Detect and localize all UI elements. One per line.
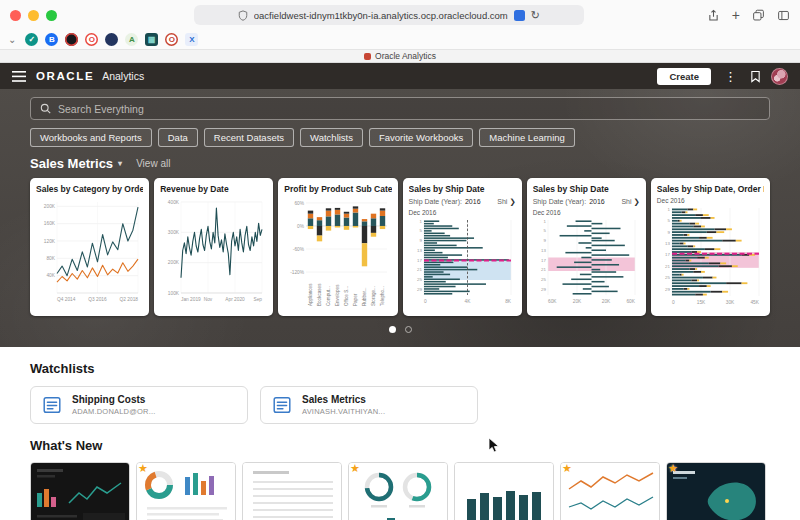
filter-more: Shi (497, 198, 507, 205)
svg-text:Q3 2016: Q3 2016 (88, 297, 107, 302)
chart-card-revenue-by-date[interactable]: Revenue by Date 400K300K200K100KJan 2019… (154, 178, 273, 316)
whats-new-thumbnail-line-charts[interactable]: ★ (560, 462, 660, 520)
whats-new-thumbnail-bar-chart[interactable]: ★ (454, 462, 554, 520)
url-bar[interactable]: oacfieldwest-idnym1tkby0n-ia.analytics.o… (194, 5, 584, 25)
chart-card-sales-by-ship-date-order-priority[interactable]: Sales by Ship Date, Order Pri... Dec 201… (651, 178, 770, 316)
svg-text:5: 5 (543, 228, 546, 233)
new-star-badge: ★ (138, 462, 148, 475)
close-window-button[interactable] (10, 10, 21, 21)
create-button[interactable]: Create (657, 68, 711, 85)
chart-card-profit-by-subcategory[interactable]: Profit by Product Sub Categ... 60%0%-60%… (278, 178, 397, 316)
chart-card-sales-by-ship-date-2[interactable]: Sales by Ship Date Ship Date (Year): 201… (527, 178, 646, 316)
bookmark-favicon[interactable]: X (185, 33, 198, 46)
carousel-dot-1[interactable] (389, 326, 396, 333)
filter-more: Shi (621, 198, 631, 205)
home-lower-section: Watchlists Shipping Costs ADAM.DONALD@OR… (0, 347, 800, 520)
whats-new-thumbnail-charts[interactable]: ★ (136, 462, 236, 520)
chevron-right-icon[interactable]: ❯ (509, 197, 515, 206)
filter-chip-data[interactable]: Data (158, 128, 198, 147)
sales-by-category-chart: 200K160K120K80K40KQ4 2014Q3 2016Q2 2018 (36, 196, 143, 308)
oracle-logo: ORACLE (36, 70, 94, 82)
sidebar-icon[interactable] (777, 9, 790, 22)
bookmark-favicon[interactable]: O (85, 33, 98, 46)
browser-toolbar-icons: + (707, 8, 790, 22)
sales-metrics-dropdown[interactable]: Sales Metrics ▾ (30, 156, 122, 171)
tab-title[interactable]: Oracle Analytics (375, 51, 436, 61)
new-star-badge: ★ (668, 462, 678, 475)
whats-new-thumbnail-dark-dashboard[interactable]: ★ (30, 462, 130, 520)
watchlist-card-sales-metrics[interactable]: Sales Metrics AVINASH.VAITHIYAN... (260, 386, 478, 424)
profit-by-subcategory-chart: 60%0%-60%-120%AppliancesBookcasesComput.… (284, 196, 391, 308)
svg-text:-120%: -120% (290, 270, 305, 275)
filter-chip-recent-datasets[interactable]: Recent Datasets (204, 128, 294, 147)
svg-text:25: 25 (665, 275, 670, 280)
svg-text:60K: 60K (626, 299, 635, 304)
svg-text:120K: 120K (44, 239, 56, 244)
chevron-right-icon[interactable]: ❯ (634, 197, 640, 206)
thumbnail-preview (561, 463, 660, 520)
hamburger-menu-icon[interactable] (12, 71, 26, 82)
svg-text:Apr 2020: Apr 2020 (225, 297, 245, 302)
watchlist-card-shipping-costs[interactable]: Shipping Costs ADAM.DONALD@OR... (30, 386, 248, 424)
ship-date-filter[interactable]: Ship Date (Year): 2016 Shi ❯ (409, 197, 516, 206)
extension-badge-icon[interactable] (514, 10, 525, 21)
screen: oacfieldwest-idnym1tkby0n-ia.analytics.o… (0, 0, 800, 520)
svg-text:0%: 0% (297, 224, 305, 229)
bookmark-favicon[interactable]: B (45, 33, 58, 46)
whats-new-thumbnail-gauges[interactable]: ★ (348, 462, 448, 520)
share-icon[interactable] (707, 9, 720, 22)
svg-text:Appliances: Appliances (309, 283, 314, 306)
filter-chip-watchlists[interactable]: Watchlists (300, 128, 363, 147)
search-bar[interactable] (30, 97, 770, 120)
tab-overview-icon[interactable] (752, 9, 765, 22)
carousel-dot-2[interactable] (405, 326, 412, 333)
svg-text:60K: 60K (548, 299, 557, 304)
bookmark-favicon[interactable]: O (165, 33, 178, 46)
filter-chip-workbooks-and-reports[interactable]: Workbooks and Reports (30, 128, 152, 147)
chevron-down-icon[interactable]: ⌄ (8, 34, 16, 45)
bookmark-icon[interactable] (750, 70, 761, 83)
month-label: Dec 2016 (533, 209, 640, 216)
svg-text:Sep: Sep (254, 297, 263, 302)
minimize-window-button[interactable] (28, 10, 39, 21)
bookmark-favicon[interactable] (65, 33, 78, 46)
watchlists-row: Shipping Costs ADAM.DONALD@OR... Sales M… (30, 386, 770, 424)
svg-text:25: 25 (417, 277, 422, 282)
view-all-link[interactable]: View all (136, 158, 170, 169)
filter-chip-favorite-workbooks[interactable]: Favorite Workbooks (369, 128, 473, 147)
whats-new-thumbnail-document[interactable]: ★ (242, 462, 342, 520)
chevron-down-icon: ▾ (118, 159, 122, 168)
svg-text:21: 21 (417, 267, 422, 272)
zoom-window-button[interactable] (46, 10, 57, 21)
mouse-cursor (488, 437, 500, 454)
svg-text:13: 13 (541, 248, 546, 253)
chart-card-sales-by-category[interactable]: Sales by Category by Order ... 200K160K1… (30, 178, 149, 316)
bookmark-favicon[interactable]: ✓ (25, 33, 38, 46)
svg-text:15K: 15K (697, 300, 706, 305)
new-tab-icon[interactable]: + (732, 8, 740, 22)
svg-text:29: 29 (541, 287, 546, 292)
svg-text:60%: 60% (295, 201, 305, 206)
ship-date-filter[interactable]: Ship Date (Year): 2016 Shi ❯ (533, 197, 640, 206)
home-hero-section: ORACLE Analytics Create ⋮ Workbooks and … (0, 63, 800, 347)
sales-by-ship-date-stacked-chart: 015K30K45K1591317212529 (657, 206, 764, 307)
bookmark-favicon[interactable]: A (125, 33, 138, 46)
user-avatar[interactable] (771, 68, 788, 85)
chart-card-sales-by-ship-date-1[interactable]: Sales by Ship Date Ship Date (Year): 201… (403, 178, 522, 316)
svg-text:20K: 20K (601, 299, 610, 304)
url-text: oacfieldwest-idnym1tkby0n-ia.analytics.o… (254, 10, 508, 21)
reload-icon[interactable]: ↻ (531, 9, 540, 22)
bookmark-favicon[interactable] (105, 33, 118, 46)
search-input[interactable] (58, 103, 760, 115)
carousel-title: Sales Metrics (30, 156, 113, 171)
filter-label: Ship Date (Year): (409, 198, 462, 205)
whats-new-thumbnail-dark-map[interactable]: ★ (666, 462, 766, 520)
bookmark-favicon[interactable]: ▦ (145, 33, 158, 46)
svg-text:Bookcases: Bookcases (318, 283, 323, 306)
svg-text:Envelopes: Envelopes (336, 284, 341, 306)
svg-text:Office S...: Office S... (345, 286, 350, 306)
filter-chip-machine-learning[interactable]: Machine Learning (479, 128, 575, 147)
kebab-menu-icon[interactable]: ⋮ (721, 70, 740, 83)
app-header: ORACLE Analytics Create ⋮ (0, 63, 800, 89)
thumbnail-preview (31, 463, 130, 520)
